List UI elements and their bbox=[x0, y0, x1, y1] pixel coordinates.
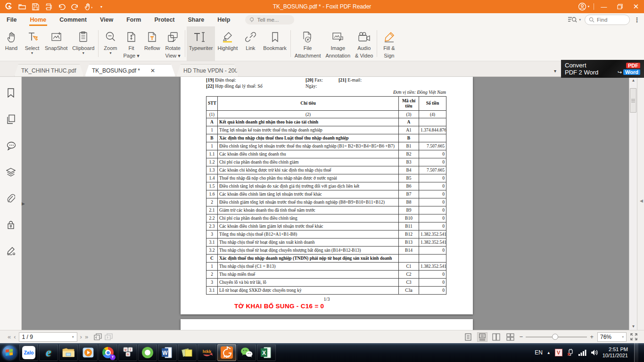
taskbar-app-word[interactable]: W bbox=[158, 344, 177, 361]
menu-tab-share[interactable]: Share bbox=[182, 13, 211, 26]
taskbar-app-media-player[interactable] bbox=[79, 344, 98, 361]
open-folder-icon[interactable] bbox=[16, 1, 28, 12]
more-options-icon[interactable]: ⋮ bbox=[634, 16, 640, 24]
facing-view-icon[interactable] bbox=[491, 332, 502, 342]
print-icon[interactable] bbox=[42, 1, 55, 12]
scroll-down-icon[interactable]: ▼ bbox=[629, 323, 637, 330]
menu-tab-home[interactable]: Home bbox=[24, 13, 53, 26]
show-desktop-button[interactable] bbox=[634, 343, 638, 362]
menu-tab-comment[interactable]: Comment bbox=[53, 13, 93, 26]
signature-panel-icon[interactable] bbox=[0, 241, 22, 262]
rotate-view-button[interactable]: RotateView ▾ bbox=[163, 26, 183, 61]
menu-tab-protect[interactable]: Protect bbox=[148, 13, 181, 26]
customize-toolbar-icon[interactable]: ▾ bbox=[95, 1, 107, 12]
reflow-button[interactable]: Reflow bbox=[142, 26, 163, 61]
hand-tool-icon[interactable] bbox=[82, 1, 94, 12]
volume-icon[interactable] bbox=[591, 349, 598, 356]
menu-tab-file[interactable]: File bbox=[0, 13, 24, 26]
continuous-view-icon[interactable] bbox=[477, 332, 487, 342]
scroll-up-icon[interactable]: ▲ bbox=[629, 77, 637, 84]
clock[interactable]: 2:51 PM 10/11/2021 bbox=[603, 346, 628, 359]
red-annotation-note[interactable]: TỜ KHAI BỔ SUNG - C16 = 0 bbox=[234, 303, 324, 310]
zoom-slider[interactable]: − + bbox=[520, 333, 594, 340]
facing-continuous-view-icon[interactable] bbox=[505, 332, 516, 342]
menu-tab-view[interactable]: View bbox=[93, 13, 120, 26]
taskbar-app-excel[interactable]: X bbox=[257, 344, 276, 361]
last-page-icon[interactable]: » bbox=[85, 333, 88, 340]
select-button[interactable]: Select▾ bbox=[22, 26, 42, 61]
layers-panel-icon[interactable] bbox=[0, 162, 22, 182]
file-attachment-button[interactable]: FileAttachment bbox=[292, 26, 323, 61]
fill-sign-button[interactable]: Fill &Sign bbox=[379, 26, 399, 61]
minimize-button[interactable]: — bbox=[596, 0, 612, 13]
taskbar-app-foxit-pdf[interactable]: PDF bbox=[217, 344, 236, 361]
close-tab-icon[interactable]: ✕ bbox=[150, 67, 155, 74]
taskbar-app-coccoc[interactable] bbox=[138, 344, 157, 361]
single-page-view-icon[interactable] bbox=[463, 332, 473, 342]
taskbar-app-wechat[interactable] bbox=[237, 344, 256, 361]
taskbar-app-chrome[interactable]: T bbox=[99, 344, 117, 361]
taskbar-app-unikey[interactable]: uin bbox=[118, 344, 137, 361]
bookmark-button[interactable]: Bookmark bbox=[261, 26, 289, 61]
redo-icon[interactable] bbox=[69, 1, 81, 12]
menu-tab-help[interactable]: Help bbox=[211, 13, 237, 26]
start-button[interactable] bbox=[0, 343, 19, 362]
zoom-button[interactable]: Zoom▾ bbox=[100, 26, 121, 61]
taskbar-app-sticky-notes[interactable] bbox=[178, 344, 197, 361]
search-settings-icon[interactable]: ▾ bbox=[568, 16, 581, 24]
fullscreen-icon[interactable] bbox=[630, 333, 637, 340]
page-number-input[interactable]: 1 / 9▾ bbox=[19, 332, 77, 342]
taskbar-app-zalo[interactable]: Zalo bbox=[19, 344, 38, 361]
next-view-icon[interactable] bbox=[105, 333, 113, 340]
link-button[interactable]: Link bbox=[240, 26, 261, 61]
taskbar-app-file-explorer[interactable] bbox=[59, 344, 78, 361]
restore-button[interactable] bbox=[612, 0, 628, 13]
account-icon[interactable]: ▾ bbox=[576, 0, 592, 13]
fit-page-button[interactable]: FitPage ▾ bbox=[121, 26, 141, 61]
menu-tab-form[interactable]: Form bbox=[120, 13, 148, 26]
comments-panel-icon[interactable] bbox=[0, 135, 22, 156]
zoom-in-icon[interactable]: + bbox=[590, 333, 594, 340]
undo-icon[interactable] bbox=[56, 1, 68, 12]
find-input[interactable] bbox=[597, 17, 625, 23]
highlight-button[interactable]: Highlight bbox=[215, 26, 240, 61]
foxit-logo-icon[interactable] bbox=[3, 1, 15, 12]
pages-panel-icon[interactable] bbox=[0, 109, 22, 130]
panel-collapse-icon[interactable]: ◀ bbox=[640, 198, 643, 203]
zoom-out-icon[interactable]: − bbox=[520, 333, 523, 340]
vietkey-icon[interactable]: V bbox=[555, 349, 562, 356]
document-tab-2[interactable]: HD Thue VPDN - 200 ... bbox=[176, 64, 239, 76]
zoom-slider-knob[interactable] bbox=[552, 334, 558, 340]
first-page-icon[interactable]: « bbox=[8, 333, 11, 340]
audio-video-button[interactable]: Audio& Video bbox=[353, 26, 375, 61]
network-disconnected-icon[interactable] bbox=[567, 349, 574, 356]
snapshot-button[interactable]: SnapShot bbox=[42, 26, 70, 61]
tell-me-search[interactable] bbox=[245, 15, 294, 25]
document-tab-0[interactable]: TK_CHINH THUC.pdf bbox=[14, 64, 84, 76]
tab-list-dropdown-icon[interactable]: ▾ bbox=[554, 68, 556, 74]
signal-strength-icon[interactable] bbox=[578, 349, 586, 356]
bookmarks-panel-icon[interactable] bbox=[0, 82, 22, 103]
typewriter-button[interactable]: Typewriter bbox=[187, 26, 215, 61]
close-button[interactable]: ✕ bbox=[628, 0, 644, 13]
sidebar-expand-icon[interactable]: ▶ bbox=[22, 198, 26, 209]
scrollbar-thumb[interactable] bbox=[630, 88, 636, 113]
previous-view-icon[interactable] bbox=[94, 333, 102, 340]
next-page-icon[interactable]: › bbox=[80, 333, 82, 340]
find-box[interactable] bbox=[585, 15, 630, 25]
taskbar-app-htkk[interactable]: htkk bbox=[198, 344, 216, 361]
save-icon[interactable] bbox=[29, 1, 41, 12]
attachments-panel-icon[interactable] bbox=[0, 188, 22, 209]
taskbar-app-internet-explorer[interactable]: e bbox=[39, 344, 58, 361]
previous-page-icon[interactable]: ‹ bbox=[14, 333, 16, 340]
language-indicator[interactable]: EN bbox=[535, 349, 543, 356]
vertical-scrollbar[interactable]: ▲ ▼ bbox=[629, 77, 637, 330]
hidden-icons-arrow[interactable]: ▲ bbox=[547, 351, 551, 355]
convert-pdf-banner[interactable]: Convert PDF 2 Word PDF ↪ Word bbox=[561, 60, 644, 78]
hand-button[interactable]: Hand bbox=[1, 26, 22, 61]
document-tab-1[interactable]: TK_BOSUNG.pdf *✕ bbox=[85, 64, 175, 76]
security-panel-icon[interactable] bbox=[0, 214, 22, 235]
tell-me-input[interactable] bbox=[257, 17, 290, 23]
clipboard-button[interactable]: Clipboard▾ bbox=[70, 26, 97, 61]
image-annotation-button[interactable]: ImageAnnotation bbox=[323, 26, 353, 61]
